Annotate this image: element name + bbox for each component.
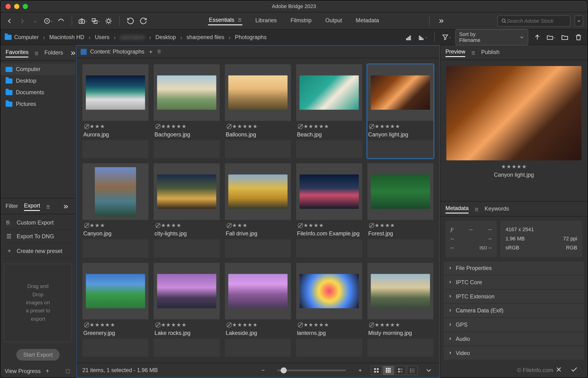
- forward-button[interactable]: [17, 16, 27, 26]
- camera-import-button[interactable]: ⌵: [78, 16, 87, 26]
- favorites-tab[interactable]: Favorites: [6, 49, 29, 57]
- start-export-button[interactable]: Start Export: [16, 349, 59, 361]
- thumbnail-item[interactable]: ★★★★★Misty morning.jpg: [367, 263, 433, 357]
- breadcrumb-item[interactable]: sharpened files: [186, 34, 225, 40]
- filter-button[interactable]: ⌵: [442, 32, 451, 42]
- export-preset-item[interactable]: ☰Export To DNG: [4, 230, 72, 243]
- favorite-item-desktop[interactable]: Desktop: [0, 75, 76, 87]
- rating-stars[interactable]: ★★★: [84, 123, 147, 129]
- view-thumbnails-large[interactable]: [383, 365, 394, 375]
- reject-icon[interactable]: [227, 223, 232, 228]
- reject-icon[interactable]: [369, 223, 374, 228]
- search-input[interactable]: [507, 18, 566, 24]
- trash-icon[interactable]: [64, 367, 71, 374]
- rating-stars[interactable]: ★★★★★: [84, 322, 147, 328]
- more-workspaces-button[interactable]: [436, 16, 446, 26]
- sort-direction-button[interactable]: [532, 32, 542, 42]
- preview-menu-icon[interactable]: ☰: [471, 51, 475, 55]
- thumbnail-item[interactable]: ★★★★FileInfo.com Example.jpg: [296, 163, 362, 257]
- rating-stars[interactable]: ★★★★★: [298, 123, 360, 129]
- workspace-menu-icon[interactable]: ☰: [238, 17, 242, 22]
- batch-button[interactable]: ⌵: [91, 16, 100, 26]
- reject-icon[interactable]: [155, 223, 160, 228]
- metadata-section[interactable]: Audio: [444, 332, 584, 345]
- favorite-item-documents[interactable]: Documents: [0, 87, 76, 98]
- export-menu-icon[interactable]: ☰: [46, 204, 50, 209]
- breadcrumb-item[interactable]: Photographs: [235, 34, 267, 40]
- reveal-button[interactable]: ⌵: [43, 16, 53, 26]
- reject-icon[interactable]: [155, 124, 160, 129]
- thumbnail-item[interactable]: ★★★★★Greenery.jpg: [83, 263, 149, 357]
- rating-stars[interactable]: ★★★★★: [155, 322, 218, 328]
- favorite-item-pictures[interactable]: Pictures: [0, 98, 76, 110]
- metadata-menu-icon[interactable]: ☰: [475, 207, 478, 212]
- export-preset-item[interactable]: ⎘Custom Export: [4, 216, 72, 230]
- favorites-menu-icon[interactable]: ☰: [35, 51, 38, 55]
- export-drop-zone[interactable]: Drag and Drop images on a preset to expo…: [4, 264, 72, 342]
- preview-image[interactable]: [446, 66, 581, 160]
- preview-tab[interactable]: Preview: [445, 49, 465, 57]
- rating-stars[interactable]: ★★★★★: [298, 322, 360, 328]
- filter-tab[interactable]: Filter: [6, 203, 18, 211]
- descending-thumbnail-icon[interactable]: ⌵: [418, 32, 428, 42]
- rating-stars[interactable]: ★★★★: [155, 223, 218, 229]
- breadcrumb-item[interactable]: Users: [95, 34, 109, 40]
- cancel-button[interactable]: [554, 365, 564, 374]
- reject-icon[interactable]: [227, 124, 232, 129]
- thumbnail-item[interactable]: ★★★★city-lights.jpg: [154, 163, 220, 257]
- folders-tab[interactable]: Folders: [44, 49, 63, 57]
- thumbnail-item[interactable]: ★★★Canyon.jpg: [83, 163, 149, 257]
- rating-stars[interactable]: ★★★: [227, 223, 289, 229]
- workspace-tab-output[interactable]: Output: [324, 17, 343, 25]
- plus-icon[interactable]: ＋: [44, 367, 51, 374]
- reject-icon[interactable]: [84, 322, 89, 327]
- zoom-in-button[interactable]: ＋: [355, 365, 365, 375]
- reject-icon[interactable]: [84, 124, 89, 129]
- new-folder-button[interactable]: ⌵: [546, 32, 556, 42]
- view-list[interactable]: [407, 365, 418, 375]
- preview-rating[interactable]: ★★★★★: [446, 164, 581, 170]
- zoom-out-button[interactable]: −: [258, 365, 268, 375]
- export-tab[interactable]: Export: [24, 202, 40, 211]
- metadata-section[interactable]: IPTC Extension: [444, 290, 584, 303]
- reject-icon[interactable]: [369, 124, 374, 129]
- thumbnail-item[interactable]: ★★★★★Balloons.jpg: [225, 64, 291, 159]
- content-grid[interactable]: ★★★Aurora.jpg★★★★★Bachgoers.jpg★★★★★Ball…: [76, 58, 439, 363]
- content-menu-icon[interactable]: ☰: [157, 49, 161, 54]
- boomerang-button[interactable]: [56, 16, 66, 26]
- minimize-window-button[interactable]: [14, 3, 19, 9]
- expand-panel-button[interactable]: [69, 49, 77, 58]
- search-options-button[interactable]: [575, 15, 583, 26]
- trash-button[interactable]: [574, 32, 583, 42]
- metadata-section[interactable]: IPTC Core: [444, 275, 584, 289]
- rating-stars[interactable]: ★★★: [84, 223, 147, 229]
- rating-stars[interactable]: ★★★★★: [369, 322, 432, 328]
- camera-raw-button[interactable]: [104, 16, 113, 26]
- reject-icon[interactable]: [155, 322, 160, 327]
- view-options-button[interactable]: [424, 365, 433, 375]
- recent-dropdown[interactable]: ⌵: [30, 16, 40, 26]
- maximize-window-button[interactable]: [23, 3, 28, 9]
- view-thumbnails-small[interactable]: [371, 365, 382, 375]
- thumbnail-item[interactable]: ★★★Aurora.jpg: [83, 64, 149, 159]
- rating-stars[interactable]: ★★★★★: [369, 123, 432, 129]
- back-button[interactable]: [5, 16, 14, 26]
- breadcrumb-item[interactable]: Macintosh HD: [49, 34, 85, 40]
- thumbnail-size-slider[interactable]: [277, 369, 346, 371]
- thumbnail-item[interactable]: ★★★★★Lake rocks.jpg: [154, 263, 220, 357]
- metadata-tab[interactable]: Metadata: [445, 205, 469, 213]
- rating-stars[interactable]: ★★★★: [298, 223, 360, 229]
- apply-button[interactable]: [570, 365, 579, 374]
- view-progress-label[interactable]: View Progress: [5, 368, 41, 374]
- reject-icon[interactable]: [298, 322, 303, 327]
- rating-stars[interactable]: ★★★★: [369, 223, 432, 229]
- breadcrumb-item[interactable]: username: [120, 34, 145, 40]
- reject-icon[interactable]: [298, 223, 303, 228]
- thumbnail-item[interactable]: ★★★★★Canyon light.jpg: [367, 64, 433, 159]
- reject-icon[interactable]: [84, 223, 89, 228]
- ascending-thumbnail-icon[interactable]: [404, 32, 414, 42]
- rotate-cw-button[interactable]: [139, 16, 148, 26]
- thumbnail-item[interactable]: ★★★★★Bachgoers.jpg: [154, 64, 220, 159]
- sort-dropdown[interactable]: Sort by Filename: [455, 29, 528, 45]
- keywords-tab[interactable]: Keywords: [485, 205, 509, 213]
